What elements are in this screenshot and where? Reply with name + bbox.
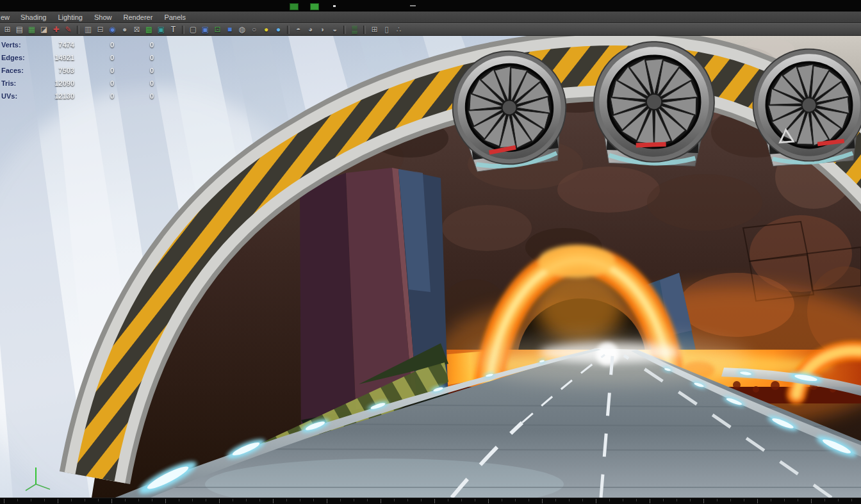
timeline-tick bbox=[367, 499, 368, 501]
timeline-tick bbox=[771, 499, 771, 501]
smooth-shade-sphere-icon[interactable]: ◉ bbox=[107, 24, 118, 35]
pin-marker-icon[interactable]: ✚ bbox=[51, 24, 62, 35]
timeline-tick bbox=[717, 499, 718, 501]
hud-label: Faces: bbox=[1, 64, 38, 77]
menu-show[interactable]: Show bbox=[88, 12, 118, 22]
menu-renderer[interactable]: Renderer bbox=[118, 12, 159, 22]
timeline-tick bbox=[327, 499, 327, 503]
hud-row-faces: Faces: 7503 0 0 bbox=[1, 64, 154, 77]
timeline-tick bbox=[798, 499, 798, 501]
timeline-tick bbox=[596, 499, 596, 503]
bookmark-new-icon[interactable]: ▤ bbox=[14, 24, 25, 35]
timeline-tick bbox=[85, 499, 85, 501]
timeline-tick bbox=[488, 499, 489, 503]
timeline-tick bbox=[165, 499, 166, 503]
menu-lighting[interactable]: Lighting bbox=[52, 12, 88, 22]
timeline-tick bbox=[44, 499, 45, 501]
timeline-tick bbox=[582, 499, 583, 501]
default-material-icon[interactable]: ▣ bbox=[156, 24, 167, 35]
hud-value: 0 bbox=[114, 77, 154, 90]
timeline-tick bbox=[340, 499, 341, 501]
shelf-mark-white bbox=[333, 5, 336, 7]
light-yellow-toggle-icon[interactable]: ● bbox=[261, 24, 272, 35]
isolate-cube-icon[interactable]: ⊞ bbox=[369, 24, 380, 35]
shaded-cube-icon[interactable]: ▣ bbox=[200, 24, 211, 35]
half-sphere-icon[interactable]: ◗ bbox=[317, 24, 328, 35]
timeline-tick bbox=[448, 499, 448, 501]
timeline-tick bbox=[421, 499, 422, 501]
hud-value: 7503 bbox=[38, 64, 74, 77]
checker-sphere-icon[interactable]: ◍ bbox=[236, 24, 247, 35]
timeline-tick bbox=[542, 499, 543, 503]
hud-label: Verts: bbox=[1, 38, 38, 51]
time-slider[interactable] bbox=[0, 498, 861, 504]
viewport-3d[interactable]: Verts: 7474 0 0 Edges: 14921 0 0 Faces: … bbox=[0, 36, 861, 498]
hud-value: 0 bbox=[74, 90, 114, 102]
hud-row-uvs: UVs: 12130 0 0 bbox=[1, 90, 154, 102]
shelf-mark-gray bbox=[410, 5, 416, 6]
timeline-tick bbox=[259, 499, 260, 501]
xray-sphere-icon[interactable]: ◕ bbox=[305, 24, 316, 35]
hud-row-edges: Edges: 14921 0 0 bbox=[1, 51, 154, 64]
wireframe-cube-icon[interactable]: ▢ bbox=[188, 24, 199, 35]
timeline-tick bbox=[138, 499, 139, 501]
hud-value: 0 bbox=[114, 64, 154, 77]
toolbar-separator bbox=[77, 26, 79, 34]
eraser-tool-icon[interactable]: ◪ bbox=[38, 24, 49, 35]
paint-brush-icon[interactable]: ✎ bbox=[63, 24, 74, 35]
isolate-stripes-icon[interactable]: ▥ bbox=[83, 24, 94, 35]
flat-shade-sphere-icon[interactable]: ● bbox=[119, 24, 130, 35]
hud-value: 0 bbox=[74, 38, 114, 51]
spot-sphere-icon[interactable]: ◒ bbox=[329, 24, 340, 35]
poly-count-hud: Verts: 7474 0 0 Edges: 14921 0 0 Faces: … bbox=[1, 38, 154, 102]
menu-view[interactable]: ew bbox=[0, 12, 15, 22]
timeline-tick bbox=[757, 499, 758, 503]
bounding-box-cube-icon[interactable]: ⊡ bbox=[212, 24, 223, 35]
timeline-tick bbox=[555, 499, 556, 501]
timeline-tick bbox=[475, 499, 475, 501]
timeline-tick bbox=[394, 499, 395, 501]
hud-label: UVs: bbox=[1, 90, 38, 102]
share-nodes-icon[interactable]: ∴ bbox=[393, 24, 404, 35]
timeline-tick bbox=[838, 499, 839, 501]
field-grid-icon[interactable]: ⊟ bbox=[95, 24, 106, 35]
timeline-tick bbox=[851, 499, 852, 501]
menu-panels[interactable]: Panels bbox=[158, 12, 192, 22]
xray-head-icon[interactable]: ◓ bbox=[293, 24, 304, 35]
timeline-tick bbox=[17, 499, 18, 501]
wireframe-toggle-icon[interactable]: ⊠ bbox=[131, 24, 142, 35]
text-annotation-icon[interactable]: T bbox=[168, 24, 179, 35]
timeline-tick bbox=[111, 499, 112, 503]
timeline-tick bbox=[676, 499, 677, 501]
timeline-tick bbox=[650, 499, 650, 503]
default-sphere-icon[interactable]: ○ bbox=[249, 24, 259, 35]
hud-value: 0 bbox=[74, 51, 114, 64]
shelf-icon-green-1 bbox=[290, 3, 299, 10]
hud-value: 12090 bbox=[38, 77, 74, 90]
light-blue-toggle-icon[interactable]: ● bbox=[273, 24, 284, 35]
marquee-select-icon[interactable]: ▒ bbox=[349, 24, 360, 35]
timeline-tick bbox=[206, 499, 206, 501]
menu-shading[interactable]: Shading bbox=[15, 12, 52, 22]
timeline-tick bbox=[730, 499, 731, 501]
layout-grid-icon[interactable]: ⊞ bbox=[2, 24, 13, 35]
toolbar-separator bbox=[287, 26, 290, 34]
textured-checker-icon[interactable]: ▩ bbox=[144, 24, 154, 35]
timeline-tick bbox=[71, 499, 72, 501]
timeline-tick bbox=[58, 499, 58, 503]
image-plane-frames-icon[interactable]: ▯ bbox=[381, 24, 392, 35]
timeline-tick bbox=[179, 499, 179, 501]
toolbar-separator bbox=[343, 26, 346, 34]
timeline-tick bbox=[31, 499, 31, 501]
shelf-icon-green-2 bbox=[310, 3, 319, 10]
timeline-tick bbox=[286, 499, 287, 501]
timeline-tick bbox=[313, 499, 314, 501]
graph-editor-icon[interactable]: ▦ bbox=[26, 24, 37, 35]
hud-value: 14921 bbox=[38, 51, 74, 64]
timeline-tick bbox=[663, 499, 664, 501]
timeline-tick bbox=[4, 499, 4, 503]
timeline-tick bbox=[824, 499, 825, 501]
textured-cube-icon[interactable]: ■ bbox=[224, 24, 235, 35]
timeline-tick bbox=[502, 499, 502, 501]
hud-value: 0 bbox=[114, 90, 154, 102]
